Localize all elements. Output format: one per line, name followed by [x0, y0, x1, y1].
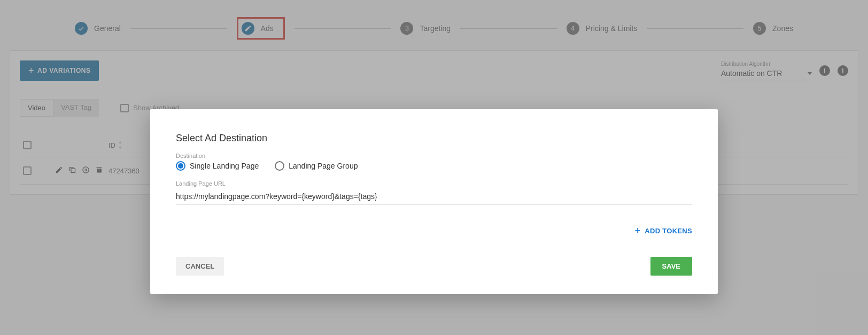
plus-icon: +	[634, 226, 640, 235]
radio-label: Single Landing Page	[190, 162, 259, 170]
cancel-button[interactable]: CANCEL	[176, 257, 224, 276]
radio-landing-group[interactable]: Landing Page Group	[275, 161, 358, 171]
modal-footer: CANCEL SAVE	[176, 257, 692, 276]
radio-icon	[176, 161, 185, 171]
destination-label: Destination	[176, 153, 692, 159]
save-button[interactable]: SAVE	[650, 257, 692, 276]
landing-url-input[interactable]	[176, 189, 692, 204]
button-label: ADD TOKENS	[645, 227, 692, 235]
radio-single-landing[interactable]: Single Landing Page	[176, 161, 259, 171]
select-ad-destination-modal: Select Ad Destination Destination Single…	[150, 109, 718, 294]
radio-icon	[275, 161, 284, 171]
radio-label: Landing Page Group	[289, 162, 358, 170]
modal-title: Select Ad Destination	[176, 133, 692, 144]
destination-radio-group: Single Landing Page Landing Page Group	[176, 161, 692, 171]
add-tokens-button[interactable]: + ADD TOKENS	[634, 226, 692, 235]
url-label: Landing Page URL	[176, 180, 692, 187]
